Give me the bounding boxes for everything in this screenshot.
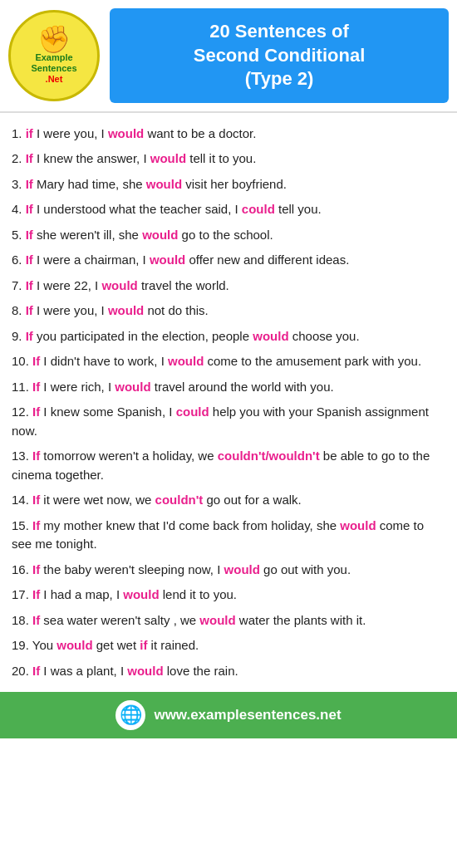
list-item: 7. If I were 22, I would travel the worl…	[12, 273, 445, 299]
list-item: 13. If tomorrow weren't a holiday, we co…	[12, 444, 445, 488]
page-title: 20 Sentences of Second Conditional (Type…	[118, 20, 440, 91]
list-item: 4. If I understood what the teacher said…	[12, 197, 445, 223]
list-item: 6. If I were a chairman, I would offer n…	[12, 248, 445, 273]
list-item: 19. You would get wet if it rained.	[12, 633, 445, 659]
list-item: 11. If I were rich, I would travel aroun…	[12, 375, 445, 400]
list-item: 12. If I knew some Spanish, I could help…	[12, 400, 445, 444]
list-item: 8. If I were you, I would not do this.	[12, 298, 445, 324]
footer: 🌐 www.examplesentences.net	[0, 692, 457, 738]
globe-icon: 🌐	[115, 700, 145, 730]
logo-text: Example Sentences .Net	[31, 52, 76, 86]
list-item: 3. If Mary had time, she would visit her…	[12, 172, 445, 198]
list-item: 14. If it were wet now, we couldn't go o…	[12, 488, 445, 513]
footer-url: www.examplesentences.net	[154, 707, 341, 723]
list-item: 16. If the baby weren't sleeping now, I …	[12, 557, 445, 583]
list-item: 1. if I were you, I would want to be a d…	[12, 121, 445, 147]
list-item: 9. If you participated in the election, …	[12, 324, 445, 350]
list-item: 17. If I had a map, I would lend it to y…	[12, 582, 445, 608]
title-box: 20 Sentences of Second Conditional (Type…	[110, 8, 449, 103]
list-item: 18. If sea water weren't salty , we woul…	[12, 608, 445, 634]
list-item: 20. If I was a plant, I would love the r…	[12, 659, 445, 684]
list-item: 5. If she weren't ill, she would go to t…	[12, 223, 445, 248]
header: ✊ Example Sentences .Net 20 Sentences of…	[0, 0, 457, 113]
list-item: 2. If I knew the answer, I would tell it…	[12, 146, 445, 172]
list-item: 15. If my mother knew that I'd come back…	[12, 513, 445, 557]
logo-circle: ✊ Example Sentences .Net	[8, 10, 100, 101]
list-item: 10. If I didn't have to work, I would co…	[12, 349, 445, 375]
fist-icon: ✊	[37, 26, 71, 52]
sentences-list: 1. if I were you, I would want to be a d…	[0, 113, 457, 693]
